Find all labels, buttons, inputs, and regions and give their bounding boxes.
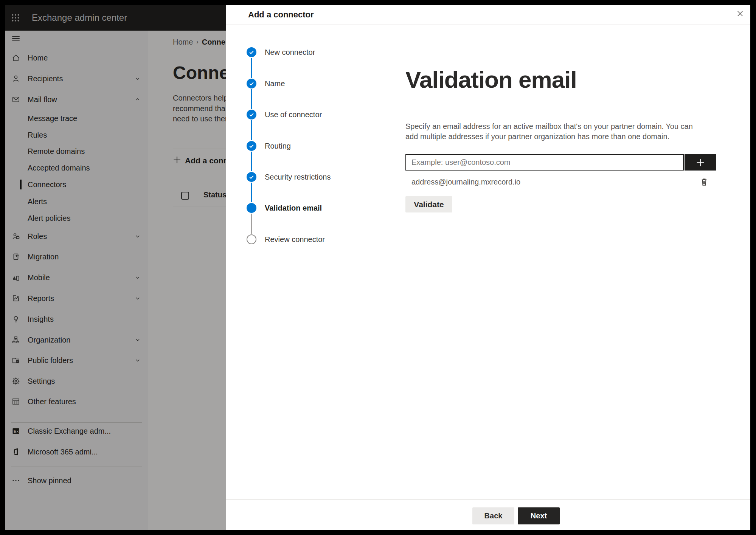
step-connector-line [251, 214, 252, 234]
address-list-divider [405, 193, 741, 193]
next-button[interactable]: Next [518, 507, 560, 524]
address-list-item: address@journaling.mxrecord.io [411, 177, 520, 187]
panel-header-divider [226, 25, 750, 25]
step-connector-line [251, 152, 252, 171]
steps-divider [380, 25, 380, 499]
step-new-connector[interactable]: New connector [265, 47, 315, 57]
panel-title: Add a connector [248, 5, 314, 25]
validate-button[interactable]: Validate [405, 196, 452, 212]
step-indicator-routing [247, 141, 256, 151]
step-indicator-security-restrictions [247, 172, 256, 182]
step-indicator-name [247, 79, 256, 88]
step-security-restrictions[interactable]: Security restrictions [265, 172, 331, 182]
app-window: Exchange admin center HomeRecipientsMail… [5, 5, 750, 530]
step-connector-line [251, 89, 252, 109]
step-connector-line [251, 183, 252, 202]
step-description: Specify an email address for an active m… [405, 121, 704, 142]
step-connector-line [251, 120, 252, 140]
delete-address-button[interactable] [698, 176, 711, 189]
email-input[interactable] [405, 154, 684, 171]
panel-footer-divider [226, 499, 750, 500]
step-indicator-review-connector [247, 234, 256, 244]
step-indicator-validation-email [247, 203, 256, 213]
step-review-connector[interactable]: Review connector [265, 234, 325, 244]
step-heading: Validation email [405, 66, 577, 93]
step-name[interactable]: Name [265, 79, 285, 88]
step-indicator-use-of-connector [247, 110, 256, 119]
trash-icon [699, 176, 710, 188]
step-routing[interactable]: Routing [265, 141, 291, 151]
back-button[interactable]: Back [472, 507, 514, 524]
step-validation-email[interactable]: Validation email [265, 203, 322, 213]
close-icon [736, 9, 744, 18]
plus-icon [695, 157, 706, 168]
step-connector-line [251, 58, 252, 78]
step-indicator-new-connector [247, 47, 256, 57]
close-button[interactable] [732, 5, 748, 22]
add-address-button[interactable] [685, 154, 716, 171]
add-connector-panel: Add a connector New connectorNameUse of … [226, 5, 750, 530]
step-use-of-connector[interactable]: Use of connector [265, 110, 322, 119]
